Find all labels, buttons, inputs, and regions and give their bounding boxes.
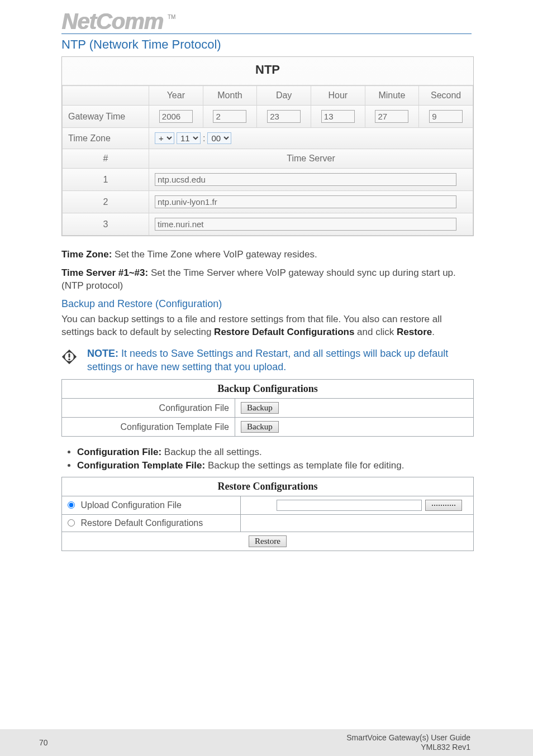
section-heading-backup: Backup and Restore (Configuration) xyxy=(61,298,472,310)
minute-input[interactable] xyxy=(375,110,408,123)
tz-sign-select[interactable]: + xyxy=(155,132,174,144)
brand-logo: NetComm TM xyxy=(61,10,472,32)
tz-hour-select[interactable]: 11 xyxy=(177,132,201,144)
section-heading-ntp: NTP (Network Time Protocol) xyxy=(61,37,472,52)
year-input[interactable] xyxy=(159,110,193,123)
time-server-2-input[interactable] xyxy=(155,195,456,208)
restore-default-label: Restore Default Configurations xyxy=(80,518,203,528)
tz-min-select[interactable]: 00 xyxy=(207,132,231,144)
svg-rect-2 xyxy=(69,353,70,358)
second-input[interactable] xyxy=(429,110,463,123)
upload-config-radio[interactable] xyxy=(68,501,75,509)
ntp-panel: NTP Year Month Day Hour Minute Second Ga… xyxy=(61,56,474,236)
time-server-1-input[interactable] xyxy=(155,173,456,186)
bullet-1: Configuration File: Backup the all setti… xyxy=(77,447,472,458)
page-number: 70 xyxy=(39,738,48,747)
bullet-list: Configuration File: Backup the all setti… xyxy=(61,447,472,471)
col-month: Month xyxy=(203,86,257,106)
ts-num-2: 2 xyxy=(63,191,149,213)
alert-icon xyxy=(61,349,77,365)
bullet-2: Configuration Template File: Backup the … xyxy=(77,460,472,471)
para-time-server: Time Server #1~#3: Set the Time Server w… xyxy=(61,267,472,293)
backup-config-file-button[interactable]: Backup xyxy=(241,402,279,414)
footer-line2: YML832 Rev1 xyxy=(346,743,470,753)
ntp-table: Year Month Day Hour Minute Second Gatewa… xyxy=(62,85,473,236)
col-hour: Hour xyxy=(311,86,365,106)
backup-config-table: Backup Configurations Configuration File… xyxy=(61,379,474,437)
numcol-header: # xyxy=(63,149,149,169)
backup-template-file-button[interactable]: Backup xyxy=(241,421,279,433)
ts-num-3: 3 xyxy=(63,213,149,236)
header-rule xyxy=(61,34,472,34)
para-backup: You can backup settings to a file and re… xyxy=(61,313,472,339)
day-input[interactable] xyxy=(267,110,301,123)
col-minute: Minute xyxy=(365,86,419,106)
logo-text: NetComm xyxy=(61,10,163,32)
ts-num-1: 1 xyxy=(63,169,149,191)
col-day: Day xyxy=(257,86,311,106)
logo-tm: TM xyxy=(168,14,175,20)
time-server-header: Time Server xyxy=(149,149,473,169)
browse-button[interactable] xyxy=(425,500,462,511)
backup-row2-label: Configuration Template File xyxy=(62,418,235,437)
note-block: NOTE: It needs to Save Settings and Rest… xyxy=(61,347,472,374)
backup-row1-label: Configuration File xyxy=(62,399,235,418)
col-year: Year xyxy=(149,86,203,106)
ntp-panel-title: NTP xyxy=(62,57,473,85)
row-time-zone: Time Zone xyxy=(63,128,149,149)
row-gateway-time: Gateway Time xyxy=(63,106,149,128)
month-input[interactable] xyxy=(213,110,246,123)
backup-table-title: Backup Configurations xyxy=(62,380,474,399)
svg-point-3 xyxy=(68,358,70,361)
time-server-3-input[interactable] xyxy=(155,218,456,231)
file-path-input[interactable] xyxy=(277,500,422,511)
upload-config-label: Upload Configuration File xyxy=(80,500,182,510)
footer-line1: SmartVoice Gateway(s) User Guide xyxy=(346,733,470,743)
hour-input[interactable] xyxy=(321,110,355,123)
restore-config-table: Restore Configurations Upload Configurat… xyxy=(61,477,474,551)
restore-button[interactable]: Restore xyxy=(249,535,287,547)
restore-default-radio[interactable] xyxy=(68,519,75,527)
restore-table-title: Restore Configurations xyxy=(62,477,474,496)
para-time-zone: Time Zone: Set the Time Zone where VoIP … xyxy=(61,248,472,261)
page-footer: 70 SmartVoice Gateway(s) User Guide YML8… xyxy=(0,729,533,756)
note-text: NOTE: It needs to Save Settings and Rest… xyxy=(87,347,472,374)
col-second: Second xyxy=(419,86,473,106)
